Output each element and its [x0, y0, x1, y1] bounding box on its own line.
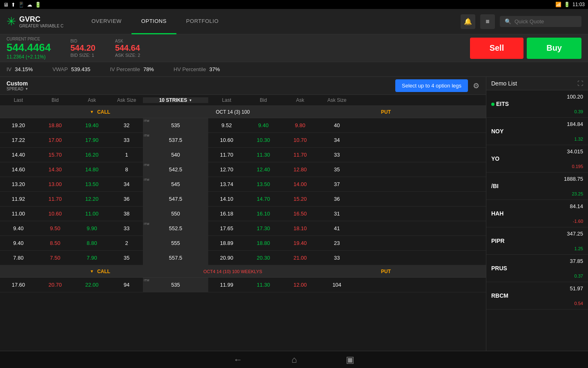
table-row[interactable]: 9.408.508.80255518.8918.8019.4023	[0, 236, 486, 251]
logo-icon: ✳	[7, 15, 16, 28]
call-asksize-cell: 33	[110, 137, 143, 143]
strikes-dropdown-icon: ▼	[189, 99, 192, 102]
watchlist-change: 0.54	[559, 301, 583, 306]
list-item[interactable]: HAH84.14-1.60	[486, 200, 588, 227]
table-row[interactable]: 14.4015.7016.20154011.7011.3011.7033	[0, 148, 486, 162]
tab-overview[interactable]: OVERVIEW	[82, 9, 131, 34]
strike-cell[interactable]: ITM545	[143, 177, 208, 191]
logo-area[interactable]: ✳ GVRC GREATER VARIABLE C	[0, 15, 82, 28]
status-bar: 🖥 ⬆ 📱 ☁ 🔋 📶 🔋 11:03	[0, 0, 588, 9]
put-bid-cell: 9.40	[245, 122, 282, 128]
call-last-cell: 17.60	[0, 282, 37, 288]
vwap-label: VWAP	[52, 66, 68, 72]
call-ask-cell: 12.20	[74, 196, 110, 202]
strike-cell[interactable]: 557.5	[143, 251, 208, 265]
put-bid-cell: 17.30	[245, 225, 282, 231]
list-item[interactable]: PIPR347.251.25	[486, 227, 588, 255]
strike-cell[interactable]: 550	[143, 206, 208, 221]
mini-chart	[559, 237, 583, 245]
table-row[interactable]: 17.6020.7022.0094ITM53511.9911.3012.0010…	[0, 278, 486, 292]
vwap-value: 539.435	[71, 66, 90, 72]
strike-cell[interactable]: ITM542.5	[143, 162, 208, 177]
sell-button[interactable]: Sell	[470, 38, 524, 59]
watchlist-change: 1.32	[559, 137, 583, 141]
expiry-row-1[interactable]: ▼ CALL OCT 14 (3) 100 PUT	[0, 106, 486, 118]
list-item[interactable]: /BI1888.7523.25	[486, 173, 588, 200]
put-last-cell: 13.74	[208, 181, 245, 187]
quick-quote-input[interactable]	[514, 18, 576, 25]
select-legs-button[interactable]: Select up to 4 option legs	[395, 79, 468, 92]
call-bid-cell: 17.00	[37, 137, 74, 143]
tab-options[interactable]: OPTIONS	[131, 9, 176, 34]
table-row[interactable]: 11.9211.7012.2036547.514.1014.7015.2036	[0, 192, 486, 206]
call-last-cell: 17.22	[0, 137, 37, 143]
options-chain: Custom SPREAD ▼ Select up to 4 option le…	[0, 77, 486, 351]
rows2-container: 17.6020.7022.0094ITM53511.9911.3012.0010…	[0, 278, 486, 292]
put-last-header: Last	[208, 97, 245, 103]
watchlist-right: 184.841.32	[559, 121, 583, 141]
strike-cell[interactable]: ITM535	[143, 118, 208, 132]
put-asksize-cell: 40	[318, 122, 355, 128]
watchlist-right: 84.14-1.60	[559, 203, 583, 224]
phone-icon: 📱	[18, 2, 24, 8]
rows1-container: 19.2018.8019.4032ITM5359.529.409.804017.…	[0, 118, 486, 265]
strikes-header[interactable]: 10 STRIKES ▼	[143, 97, 208, 103]
recent-button[interactable]: ▣	[346, 355, 354, 365]
tab-portfolio[interactable]: PORTFOLIO	[176, 9, 228, 34]
put-last-cell: 11.70	[208, 152, 245, 158]
current-price-label: CURRENT PRICE	[7, 37, 51, 41]
call-last-cell: 19.20	[0, 122, 37, 128]
watchlist-price: 37.85	[559, 258, 583, 264]
settings-button[interactable]: ⚙	[473, 81, 479, 90]
put-last-cell: 16.18	[208, 211, 245, 217]
call-asksize-cell: 1	[110, 152, 143, 158]
call-ask-cell: 13.50	[74, 181, 110, 187]
expand-icon[interactable]: ⛶	[577, 80, 583, 87]
table-row[interactable]: 14.6014.3014.808ITM542.512.7012.4012.803…	[0, 162, 486, 177]
call-asksize-cell: 32	[110, 122, 143, 128]
chain-scroll[interactable]: ▼ CALL OCT 14 (3) 100 PUT 19.2018.8019.4…	[0, 106, 486, 351]
mini-chart	[559, 127, 583, 135]
back-button[interactable]: ←	[234, 355, 243, 365]
put-asksize-cell: 33	[318, 255, 355, 261]
bell-button[interactable]: 🔔	[461, 14, 475, 29]
put-asksize-cell: 33	[318, 152, 355, 158]
strike-cell[interactable]: 555	[143, 236, 208, 250]
table-row[interactable]: 17.2217.0017.9033ITM537.510.6010.3010.70…	[0, 133, 486, 148]
expiry-center-2: OCT4 14 (10) 100 WEEKLYS	[200, 269, 265, 274]
battery-icon: 🔋	[35, 2, 41, 8]
call-dropdown-icon-2: ▼	[90, 269, 94, 274]
nav-tabs: OVERVIEW OPTIONS PORTFOLIO	[82, 9, 228, 34]
table-row[interactable]: 9.409.509.9033ITM552.517.6517.3018.1041	[0, 221, 486, 236]
put-last-cell: 12.70	[208, 166, 245, 173]
call-bid-cell: 7.50	[37, 255, 74, 261]
put-bid-cell: 20.30	[245, 255, 282, 261]
strike-cell[interactable]: 547.5	[143, 192, 208, 206]
call-ask-cell: 11.00	[74, 211, 110, 217]
list-item[interactable]: NOY184.841.32	[486, 118, 588, 145]
buy-button[interactable]: Buy	[527, 38, 581, 59]
strike-cell[interactable]: ITM535	[143, 278, 208, 292]
table-row[interactable]: 11.0010.6011.003855016.1816.1016.5031	[0, 206, 486, 221]
watchlist-change: 0.195	[559, 164, 583, 169]
expiry-row-2[interactable]: ▼ CALL OCT4 14 (10) 100 WEEKLYS PUT	[0, 265, 486, 278]
list-item[interactable]: RBCM51.970.54	[486, 282, 588, 310]
strike-cell[interactable]: ITM552.5	[143, 221, 208, 236]
list-button[interactable]: ≡	[480, 14, 495, 29]
watchlist-symbol: PIPR	[491, 238, 559, 244]
list-item[interactable]: EITS100.200.39	[486, 90, 588, 118]
quick-quote-area[interactable]: 🔍	[500, 16, 581, 27]
call-asksize-cell: 34	[110, 181, 143, 187]
strike-cell[interactable]: ITM537.5	[143, 133, 208, 147]
list-item[interactable]: PRUS37.850.37	[486, 255, 588, 282]
table-row[interactable]: 13.2013.0013.5034ITM54513.7413.5014.0037	[0, 177, 486, 192]
table-row[interactable]: 19.2018.8019.4032ITM5359.529.409.8040	[0, 118, 486, 133]
watchlist-symbol: YO	[491, 155, 559, 162]
call-last-cell: 9.40	[0, 240, 37, 246]
strike-cell[interactable]: 540	[143, 148, 208, 162]
home-button[interactable]: ⌂	[292, 355, 297, 365]
screen-icon: 🖥	[3, 2, 9, 8]
table-row[interactable]: 7.807.507.9035557.520.9020.3021.0033	[0, 251, 486, 265]
watchlist-price: 84.14	[559, 203, 583, 209]
list-item[interactable]: YO34.0150.195	[486, 145, 588, 173]
